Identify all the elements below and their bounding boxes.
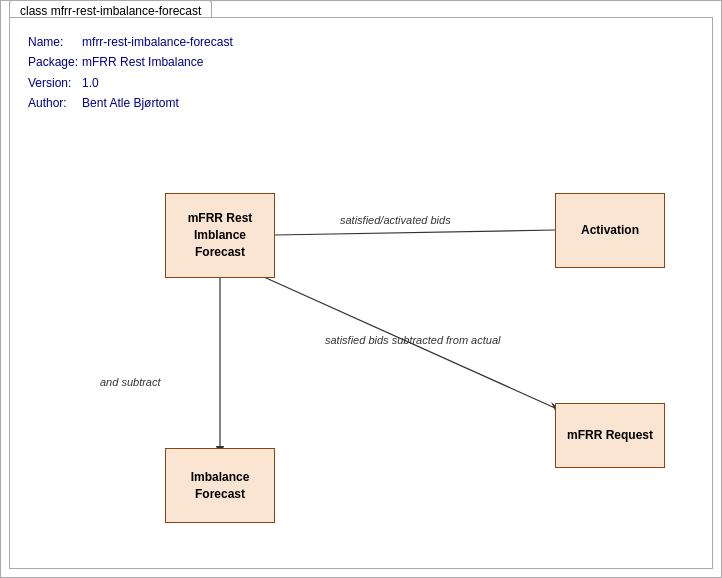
info-block: Name: mfrr-rest-imbalance-forecast Packa…	[28, 32, 237, 114]
author-value: Bent Atle Bjørtomt	[82, 93, 237, 113]
edge-label-activated-bids: satisfied/activated bids	[340, 214, 451, 226]
edge-label-subtracted: satisfied bids subtracted from actual	[325, 334, 500, 346]
package-label: Package:	[28, 52, 82, 72]
edge-label-subtract: and subtract	[100, 376, 161, 388]
mfrr-request-box: mFRR Request	[555, 403, 665, 468]
name-value: mfrr-rest-imbalance-forecast	[82, 32, 237, 52]
author-label: Author:	[28, 93, 82, 113]
activation-box: Activation	[555, 193, 665, 268]
svg-line-0	[275, 230, 555, 235]
imbalance-forecast-box: ImbalanceForecast	[165, 448, 275, 523]
version-label: Version:	[28, 73, 82, 93]
mfrr-rest-box: mFRR RestImblanceForecast	[165, 193, 275, 278]
name-label: Name:	[28, 32, 82, 52]
diagram-container: class mfrr-rest-imbalance-forecast Name:…	[0, 0, 722, 578]
inner-frame: Name: mfrr-rest-imbalance-forecast Packa…	[9, 17, 713, 569]
version-value: 1.0	[82, 73, 237, 93]
package-value: mFRR Rest Imbalance	[82, 52, 237, 72]
